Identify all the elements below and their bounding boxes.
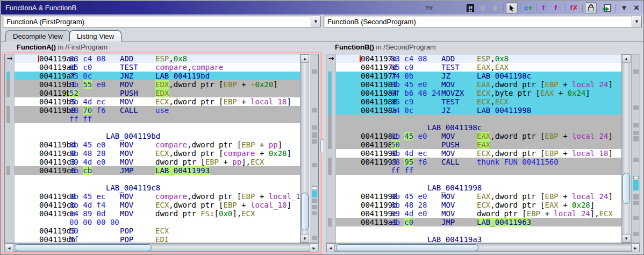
right-listing[interactable]: 0041197a83 c4 08ADDESP,0x80041197d85 c0T… (336, 54, 621, 243)
scroll-right-button[interactable]: ► (631, 244, 640, 252)
overview-marker[interactable] (312, 132, 317, 138)
overview-marker[interactable] (312, 125, 317, 130)
listing-row[interactable]: 004119bd8b 45 e0MOVcompare,dword ptr [EB… (15, 140, 300, 149)
listing-row[interactable]: 004119c389 4d e0MOVdword ptr [EBP + pp],… (15, 158, 300, 166)
overview-marker[interactable] (633, 201, 639, 205)
chevron-down-icon[interactable]: ▼ (311, 16, 320, 27)
previous-function-icon[interactable]: f↑ (552, 2, 563, 13)
listing-row[interactable] (336, 226, 621, 235)
left-vertical-scrollbar[interactable]: ▲ ▼ (300, 54, 309, 243)
overview-marker[interactable] (312, 108, 317, 112)
left-horizontal-scrollbar[interactable]: ◄ ► (4, 243, 319, 252)
overview-marker[interactable] (633, 194, 639, 200)
toggle-byte-display-icon[interactable]: 1001 (464, 2, 476, 13)
overview-marker[interactable] (633, 136, 639, 141)
function-a-selector[interactable]: FunctionA (FirstProgram) ▼ (3, 16, 321, 27)
listing-row[interactable]: 004119b18b 55 e0MOVEDX,dword ptr [EBP + … (15, 80, 300, 89)
left-overview-margin[interactable] (310, 54, 318, 243)
listing-row[interactable]: 00411993e8 95 f6CALLthunk_FUN_00411560 (336, 158, 621, 166)
scroll-left-button[interactable]: ◄ (5, 244, 13, 252)
listing-row[interactable]: 0041199b8b 48 28MOVECX,dword ptr [EAX + … (336, 201, 621, 209)
listing-row[interactable] (336, 115, 621, 123)
tab-listing-view[interactable]: Listing View (69, 30, 121, 41)
overview-view-indicator[interactable] (633, 176, 639, 179)
scroll-left-button[interactable]: ◄ (326, 244, 335, 252)
overview-marker[interactable] (312, 139, 317, 144)
listing-row[interactable]: 004119a1eb c0JMPLAB_00411963 (336, 218, 621, 226)
listing-row[interactable]: ff ff (15, 115, 300, 123)
listing-row[interactable]: 0041198a74 0cJZLAB_00411998 (336, 106, 621, 115)
listing-row[interactable]: 004119af75 0cJNZLAB_004119bd (15, 72, 300, 80)
listing-row[interactable] (15, 123, 300, 132)
listing-row[interactable]: 004119cb8b 4d f4MOVECX,dword ptr [EBP + … (15, 201, 300, 209)
next-function-icon[interactable]: f↓ (539, 2, 551, 13)
close-icon[interactable]: ✕ (631, 2, 642, 13)
tab-decompile-view[interactable]: Decompile View (5, 30, 70, 41)
listing-row[interactable]: 004119b58b 4d ecMOVECX,dword ptr [EBP + … (15, 97, 300, 106)
left-vscroll-thumb[interactable] (301, 193, 309, 230)
left-listing[interactable]: 004119aa83 c4 08ADDESP,0x8004119ad85 c0T… (15, 54, 300, 243)
right-horizontal-scrollbar[interactable]: ◄ ► (326, 243, 640, 252)
listing-row[interactable]: 004119c6eb cbJMPLAB_00411993 (15, 166, 300, 175)
listing-row[interactable]: 00 00 00 00 (15, 218, 300, 226)
overview-marker[interactable] (312, 205, 317, 209)
listing-format-menu-icon[interactable]: ≡▾ (423, 2, 435, 13)
listing-row[interactable]: 004119ad85 c0TESTcompare,compare (15, 63, 300, 72)
listing-row[interactable]: 004119818b 45 e0MOVEAX,dword ptr [EBP + … (336, 80, 621, 89)
listing-row[interactable]: 0041198c8b 45 e0MOVEAX,dword ptr [EBP + … (336, 132, 621, 140)
right-hscroll-thumb[interactable] (336, 244, 478, 251)
listing-row[interactable]: ff ff (336, 166, 621, 175)
listing-row[interactable]: 0041198885 c9TESTECX,ECX (336, 97, 621, 106)
overview-marker[interactable] (633, 123, 639, 128)
panel-splitter-handle[interactable] (320, 139, 324, 153)
listing-row[interactable]: 0041197d85 c0TESTEAX,EAX (336, 63, 621, 72)
listing-label-row[interactable]: LAB_004119a3 (336, 235, 621, 243)
listing-label-row[interactable]: LAB_004119c8 (15, 183, 300, 192)
lock-scroll-sync-icon[interactable] (585, 2, 597, 13)
listing-row[interactable]: 004119c88b 45 ecMOVcompare,dword ptr [EB… (15, 192, 300, 201)
add-comparison-icon[interactable]: c+ (523, 2, 534, 13)
chevron-down-icon[interactable]: ▼ (632, 16, 641, 27)
listing-row[interactable]: 0041197a83 c4 08ADDESP,0x8 (336, 54, 621, 63)
overview-marker[interactable] (633, 158, 639, 162)
overview-marker[interactable] (633, 105, 639, 110)
listing-row[interactable]: 004119b8e8 70 f6CALLuse (15, 106, 300, 115)
left-hscroll-thumb[interactable] (15, 244, 152, 251)
scroll-down-button[interactable]: ▼ (622, 234, 631, 243)
overview-marker[interactable] (312, 69, 317, 74)
function-b-selector[interactable]: FunctionB (SecondProgram) ▼ (324, 16, 642, 27)
listing-row[interactable]: 0041197f74 0bJZLAB_0041198c (336, 72, 621, 80)
listing-row[interactable]: 0041199e89 4d e0MOVdword ptr [EBP + loca… (336, 209, 621, 218)
listing-row[interactable]: 004119b452PUSHEDX (15, 89, 300, 97)
overview-diff-marker[interactable] (633, 180, 639, 190)
overview-marker[interactable] (312, 211, 317, 215)
listing-row[interactable]: 004119908b 4d ecMOVECX,dword ptr [EBP + … (336, 149, 621, 158)
cursor-location-tracking-icon[interactable] (506, 2, 518, 13)
overview-view-indicator[interactable] (312, 186, 317, 189)
remove-function-icon[interactable]: f✗ (568, 2, 580, 13)
apply-markup-icon[interactable] (602, 2, 613, 13)
listing-row[interactable]: 004119d65fPOPEDI (15, 235, 300, 243)
overview-marker[interactable] (633, 216, 639, 220)
overview-marker[interactable] (633, 232, 639, 236)
window-titlebar[interactable]: FunctionA & FunctionB ≡▾▤↓▤↑1001c+f↓f↑f✗… (1, 1, 644, 15)
right-vertical-scrollbar[interactable]: ▲ ▼ (621, 54, 631, 243)
scroll-up-button[interactable]: ▲ (622, 54, 631, 63)
overview-marker[interactable] (312, 236, 317, 240)
listing-label-row[interactable]: LAB_0041198c (336, 123, 621, 132)
overview-marker[interactable] (633, 69, 639, 74)
listing-row[interactable]: 004119988b 45 e0MOVEAX,dword ptr [EBP + … (336, 192, 621, 201)
scroll-up-button[interactable]: ▲ (300, 54, 309, 63)
listing-row[interactable] (336, 175, 621, 183)
scroll-down-button[interactable]: ▼ (300, 234, 309, 243)
overview-marker[interactable] (312, 199, 317, 203)
right-vscroll-thumb[interactable] (622, 173, 630, 204)
listing-row[interactable]: 004119c08b 48 28MOVECX,dword ptr [compar… (15, 149, 300, 158)
scroll-right-button[interactable]: ► (310, 244, 318, 252)
listing-row[interactable]: 004119ce64 89 0dMOVdword ptr FS:[0x0],EC… (15, 209, 300, 218)
overview-marker[interactable] (633, 131, 639, 135)
listing-row[interactable]: 004119d559POPECX (15, 226, 300, 235)
listing-label-row[interactable]: LAB_00411998 (336, 183, 621, 192)
listing-row[interactable]: 004119aa83 c4 08ADDESP,0x8 (15, 54, 300, 63)
listing-row[interactable] (15, 175, 300, 183)
